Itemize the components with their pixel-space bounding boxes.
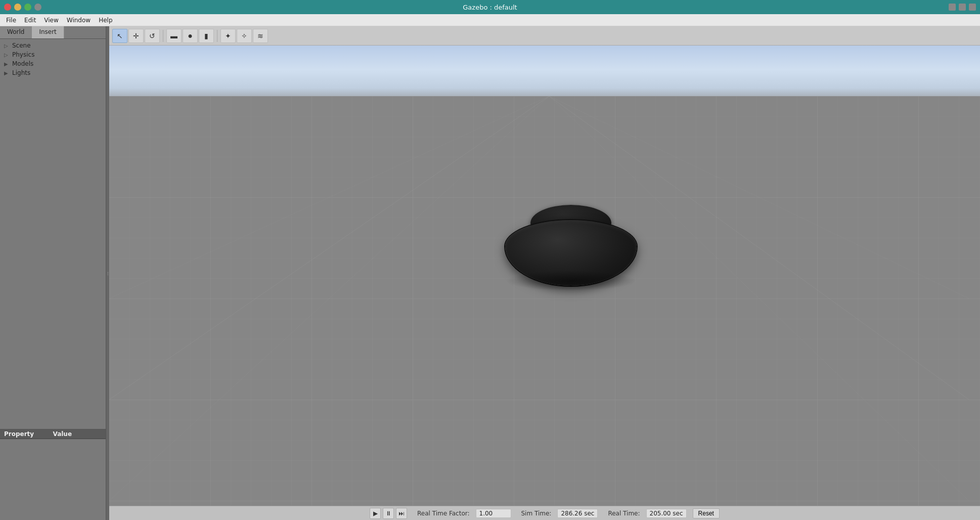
tool-directional-light[interactable]: ≋: [253, 29, 268, 43]
point-light-icon: ✦: [225, 32, 231, 40]
menu-window[interactable]: Window: [63, 16, 95, 25]
reset-button[interactable]: Reset: [693, 508, 720, 518]
pause-icon: ⏸: [385, 510, 391, 517]
3d-viewport[interactable]: [109, 46, 980, 506]
tree-label-lights: Lights: [12, 69, 30, 76]
play-icon: ▶: [373, 510, 378, 517]
tree-expand-physics: ▷: [4, 52, 11, 58]
extra-button[interactable]: [34, 4, 41, 11]
property-col-header: Property: [4, 430, 53, 438]
titlebar-right-buttons: [949, 4, 976, 11]
directional-light-icon: ≋: [257, 32, 263, 40]
real-time-label: Real Time:: [608, 510, 640, 517]
titlebar-buttons: [4, 4, 41, 11]
tool-box[interactable]: ▬: [166, 29, 182, 43]
real-time-factor-value: 1.00: [476, 509, 511, 518]
box-icon: ▬: [170, 32, 177, 40]
spot-light-icon: ✧: [241, 32, 247, 40]
tab-bar: World Insert: [0, 26, 106, 39]
statusbar: ▶ ⏸ ⏭ Real Time Factor: 1.00 Sim Time: 2…: [109, 506, 980, 520]
tree-item-scene[interactable]: ▷ Scene: [0, 41, 106, 50]
right-btn-2[interactable]: [959, 4, 966, 11]
sim-time-value: 286.26 sec: [557, 509, 598, 518]
tool-sphere[interactable]: ●: [183, 29, 198, 43]
tree-label-models: Models: [12, 60, 33, 67]
tool-cylinder[interactable]: ▮: [199, 29, 214, 43]
property-panel: Property Value: [0, 429, 106, 520]
tool-spot-light[interactable]: ✧: [237, 29, 252, 43]
translate-icon: ✛: [133, 32, 139, 40]
main-content: World Insert ▷ Scene ▷ Physics ▶ Models …: [0, 26, 980, 520]
robot-shadow: [505, 271, 637, 291]
toolbar: ↖ ✛ ↺ ▬ ● ▮ ✦ ✧: [109, 26, 980, 46]
world-tree: ▷ Scene ▷ Physics ▶ Models ▶ Lights: [0, 39, 106, 429]
select-icon: ↖: [117, 32, 123, 40]
tree-item-lights[interactable]: ▶ Lights: [0, 68, 106, 77]
tool-select[interactable]: ↖: [112, 29, 127, 43]
grid-overlay: [109, 96, 980, 506]
playback-controls: ▶ ⏸ ⏭: [370, 508, 407, 519]
menubar: File Edit View Window Help: [0, 14, 980, 26]
right-btn-1[interactable]: [949, 4, 956, 11]
tree-label-scene: Scene: [12, 42, 31, 49]
maximize-button[interactable]: [24, 4, 31, 11]
sim-time-label: Sim Time:: [521, 510, 552, 517]
real-time-factor-label: Real Time Factor:: [417, 510, 469, 517]
right-side: ↖ ✛ ↺ ▬ ● ▮ ✦ ✧: [109, 26, 980, 520]
step-icon: ⏭: [398, 510, 405, 517]
menu-view[interactable]: View: [40, 16, 62, 25]
tree-expand-models: ▶: [4, 61, 11, 67]
tree-label-physics: Physics: [12, 51, 34, 58]
rotate-icon: ↺: [149, 32, 155, 40]
ground-plane: [109, 96, 980, 506]
step-button[interactable]: ⏭: [396, 508, 407, 519]
tree-item-models[interactable]: ▶ Models: [0, 59, 106, 68]
tree-item-physics[interactable]: ▷ Physics: [0, 50, 106, 59]
tab-insert[interactable]: Insert: [32, 26, 64, 38]
sphere-icon: ●: [188, 31, 193, 40]
pause-button[interactable]: ⏸: [383, 508, 394, 519]
property-header: Property Value: [0, 429, 106, 439]
right-btn-3[interactable]: [969, 4, 976, 11]
menu-help[interactable]: Help: [95, 16, 116, 25]
toolbar-sep-1: [163, 30, 163, 42]
tool-translate[interactable]: ✛: [128, 29, 144, 43]
left-panel: World Insert ▷ Scene ▷ Physics ▶ Models …: [0, 26, 106, 520]
close-button[interactable]: [4, 4, 11, 11]
tree-expand-lights: ▶: [4, 70, 11, 76]
value-col-header: Value: [53, 430, 102, 438]
minimize-button[interactable]: [14, 4, 21, 11]
tool-rotate[interactable]: ↺: [145, 29, 160, 43]
toolbar-sep-2: [217, 30, 217, 42]
play-button[interactable]: ▶: [370, 508, 381, 519]
robot-model[interactable]: [505, 220, 637, 286]
real-time-value: 205.00 sec: [646, 509, 687, 518]
cylinder-icon: ▮: [204, 32, 208, 40]
tool-point-light[interactable]: ✦: [220, 29, 236, 43]
tree-expand-scene: ▷: [4, 43, 11, 49]
tab-world[interactable]: World: [0, 26, 32, 38]
svg-rect-1: [109, 96, 980, 506]
menu-edit[interactable]: Edit: [20, 16, 40, 25]
window-title: Gazebo : default: [463, 4, 517, 11]
menu-file[interactable]: File: [2, 16, 20, 25]
titlebar: Gazebo : default: [0, 0, 980, 14]
